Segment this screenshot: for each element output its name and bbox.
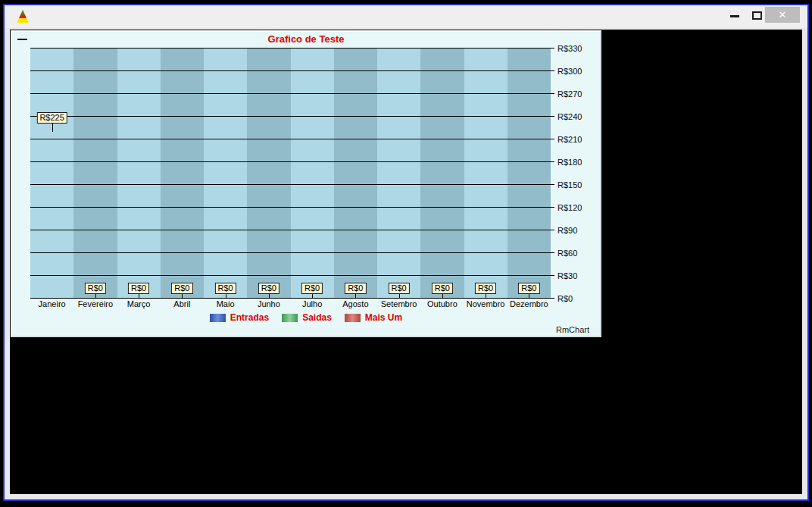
gridline xyxy=(30,139,554,139)
app-window: ✕ Grafico de Teste R$330R$300R$270R$240R… xyxy=(3,4,809,501)
month-label: Maio xyxy=(217,299,235,308)
chart-title: Grafico de Teste xyxy=(12,33,600,45)
legend-swatch-icon xyxy=(210,314,226,322)
gridline xyxy=(30,93,554,94)
value-label-stem xyxy=(399,294,400,298)
chart-legend: EntradasSaidasMais Um xyxy=(12,312,600,323)
value-label-stem xyxy=(139,294,139,298)
watermark-label: RmChart xyxy=(556,325,589,334)
value-label-stem xyxy=(95,294,96,298)
y-tick-label: R$30 xyxy=(557,271,577,280)
gridline xyxy=(30,275,554,276)
y-tick-label: R$270 xyxy=(557,89,582,99)
gridline xyxy=(30,48,554,49)
legend-label: Entradas xyxy=(230,312,269,323)
plot-column xyxy=(73,48,117,298)
month-label: Novembro xyxy=(467,299,505,308)
value-label-stem xyxy=(226,294,226,298)
month-label: Junho xyxy=(258,299,280,308)
legend-item: Mais Um xyxy=(345,312,402,323)
minimize-button[interactable] xyxy=(730,15,739,17)
plot-column xyxy=(334,48,377,298)
y-tick-label: R$330 xyxy=(557,44,582,53)
y-tick-label: R$90 xyxy=(557,226,577,235)
legend-label: Mais Um xyxy=(365,312,402,323)
plot-column xyxy=(377,48,420,298)
y-tick-label: R$150 xyxy=(557,180,582,189)
legend-swatch-icon xyxy=(345,314,361,322)
value-label: R$0 xyxy=(345,283,366,294)
month-label: Agosto xyxy=(342,299,368,308)
value-label: R$225 xyxy=(36,112,67,124)
legend-item: Saidas xyxy=(282,312,332,323)
value-label-stem xyxy=(355,294,356,298)
legend-label: Saidas xyxy=(302,312,332,323)
gridline xyxy=(30,207,554,208)
legend-item: Entradas xyxy=(210,312,269,323)
month-label: Abril xyxy=(173,299,190,308)
y-tick-label: R$180 xyxy=(557,158,582,167)
value-label: R$0 xyxy=(128,283,149,294)
rmchart-triangle-icon xyxy=(17,10,29,23)
client-area: Grafico de Teste R$330R$300R$270R$240R$2… xyxy=(10,30,802,494)
month-label: Janeiro xyxy=(39,299,66,308)
plot-column xyxy=(247,48,290,298)
month-label: Setembro xyxy=(381,299,417,308)
month-label: Julho xyxy=(302,299,322,308)
value-label-stem xyxy=(442,294,443,298)
plot-column xyxy=(464,48,508,298)
plot-column xyxy=(117,48,161,298)
chart-panel: Grafico de Teste R$330R$300R$270R$240R$2… xyxy=(11,30,601,337)
value-label-stem xyxy=(269,294,270,298)
gridline xyxy=(30,70,554,71)
month-label: Dezembro xyxy=(510,299,548,308)
gridline xyxy=(30,298,554,299)
month-label: Outubro xyxy=(427,299,458,308)
value-label: R$0 xyxy=(432,283,453,294)
y-tick-label: R$210 xyxy=(557,135,582,144)
value-label: R$0 xyxy=(389,283,410,294)
value-label-stem xyxy=(529,294,529,298)
value-label-stem xyxy=(52,124,53,132)
plot-column xyxy=(291,48,334,298)
gridline xyxy=(30,252,554,253)
value-label: R$0 xyxy=(475,283,496,294)
maximize-button[interactable] xyxy=(752,11,762,20)
value-label: R$0 xyxy=(258,283,280,294)
y-tick-label: R$60 xyxy=(557,249,577,258)
plot-column xyxy=(508,48,551,298)
legend-swatch-icon xyxy=(282,314,298,322)
value-label: R$0 xyxy=(301,283,323,294)
plot-column xyxy=(204,48,247,298)
gridline xyxy=(30,116,554,117)
close-button[interactable]: ✕ xyxy=(765,7,800,23)
value-label-stem xyxy=(182,294,183,298)
value-label: R$0 xyxy=(85,283,106,294)
month-label: Março xyxy=(127,299,151,308)
plot-column xyxy=(161,48,204,298)
value-label: R$0 xyxy=(518,283,539,294)
y-tick-label: R$0 xyxy=(557,294,573,303)
y-tick-label: R$240 xyxy=(557,112,582,121)
gridline xyxy=(30,161,554,162)
value-label: R$0 xyxy=(215,283,236,294)
plot-column xyxy=(420,48,464,298)
y-tick-label: R$120 xyxy=(557,203,582,212)
gridline xyxy=(30,230,554,230)
y-tick-label: R$300 xyxy=(557,67,582,76)
title-bar[interactable]: ✕ xyxy=(5,5,807,28)
plot-column xyxy=(30,48,73,298)
value-label: R$0 xyxy=(171,283,192,294)
value-label-stem xyxy=(486,294,486,298)
gridline xyxy=(30,184,554,185)
value-label-stem xyxy=(312,294,313,298)
month-label: Fevereiro xyxy=(78,299,113,308)
